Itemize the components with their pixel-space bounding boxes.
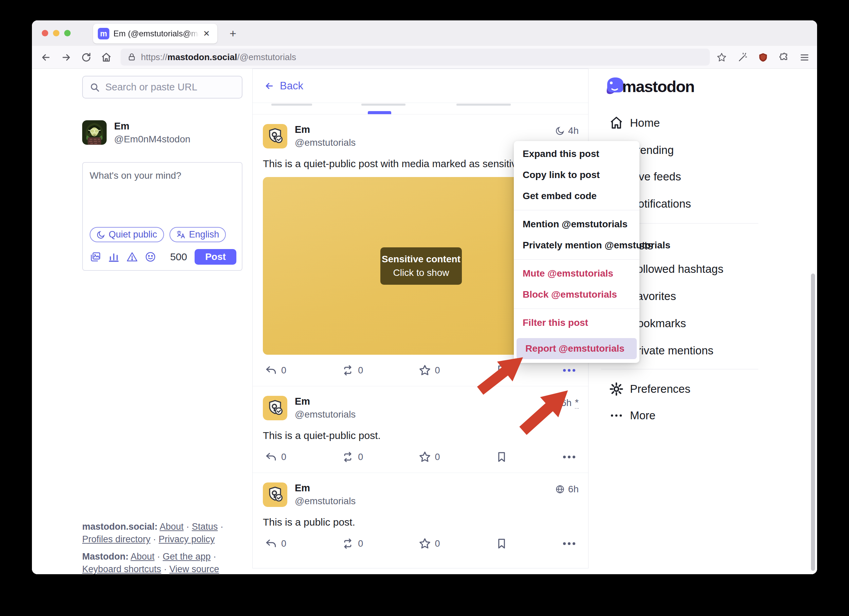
menu-item-mention[interactable]: Mention @emstutorials — [514, 214, 639, 235]
post-author-name[interactable]: Em — [295, 124, 356, 135]
bookmark-icon — [496, 451, 508, 463]
emoji-picker-icon[interactable] — [144, 251, 156, 263]
post-options-menu: Expand this post Copy link to post Get e… — [514, 141, 639, 363]
boost-button[interactable]: 0 — [342, 364, 363, 376]
mastodon-footer-links: Mastodon: About · Get the app · Keyboard… — [82, 550, 235, 574]
star-icon — [419, 451, 431, 463]
favorite-button[interactable]: 0 — [419, 537, 440, 550]
tab-close-icon[interactable]: ✕ — [203, 30, 210, 38]
back-button[interactable] — [38, 49, 54, 65]
app-menu-button[interactable] — [797, 49, 812, 65]
post-public: Em @emstutorials 6h This is a public pos… — [253, 473, 588, 559]
current-user-profile[interactable]: Em @Em0nM4stodon — [82, 120, 191, 145]
reply-button[interactable]: 0 — [265, 364, 286, 376]
menu-item-mute[interactable]: Mute @emstutorials — [514, 263, 639, 284]
mastodon-favicon-icon: m — [98, 28, 109, 39]
post-author-handle[interactable]: @emstutorials — [295, 409, 356, 420]
attach-media-icon[interactable] — [90, 251, 101, 263]
scrollbar-thumb[interactable] — [811, 273, 815, 571]
reload-button[interactable] — [79, 49, 94, 65]
new-tab-button[interactable]: + — [226, 27, 240, 40]
bookmark-button[interactable] — [496, 537, 508, 550]
boost-icon — [342, 537, 354, 550]
menu-item-report[interactable]: Report @emstutorials — [517, 338, 637, 359]
footer-link-status[interactable]: Status — [192, 522, 218, 532]
post-author-name[interactable]: Em — [295, 396, 356, 407]
add-poll-icon[interactable] — [108, 251, 119, 263]
footer-link-mastodon-about[interactable]: About — [131, 552, 155, 562]
boost-button[interactable]: 0 — [342, 451, 363, 463]
footer-link-profiles-directory[interactable]: Profiles directory — [82, 534, 150, 544]
avatar[interactable] — [263, 396, 287, 420]
content-warning-icon[interactable] — [126, 251, 138, 263]
sidebar-item-home[interactable]: Home — [609, 113, 660, 133]
menu-item-private-mention[interactable]: Privately mention @emstutorials — [514, 235, 639, 256]
sidebar-item-preferences[interactable]: Preferences — [609, 379, 690, 398]
sensitive-content-overlay[interactable]: Sensitive content Click to show — [380, 248, 462, 285]
menu-item-copy-link[interactable]: Copy link to post — [514, 164, 639, 185]
gear-icon — [609, 382, 624, 397]
extensions-button[interactable] — [776, 49, 792, 65]
post-text: This is a quiet-public post. — [263, 430, 579, 441]
avatar[interactable] — [263, 124, 287, 149]
lock-icon — [127, 53, 136, 61]
post-options-button[interactable] — [563, 369, 575, 372]
browser-tab[interactable]: m Em (@emstutorials@mastodon.s ✕ — [93, 24, 217, 43]
mastodon-logo[interactable]: mastodon — [605, 75, 694, 97]
bookmark-page-button[interactable] — [714, 49, 730, 65]
traffic-close-button[interactable] — [42, 30, 48, 36]
traffic-minimize-button[interactable] — [53, 30, 60, 36]
quiet-public-moon-icon — [555, 126, 565, 136]
boost-button[interactable]: 0 — [342, 537, 363, 550]
home-button[interactable] — [98, 49, 114, 65]
compose-form[interactable]: What's on your mind? Quiet public Englis… — [82, 162, 243, 271]
footer-link-about[interactable]: About — [159, 522, 184, 532]
post-author-name[interactable]: Em — [295, 482, 356, 494]
url-bar[interactable]: https://mastodon.social/@emstutorials — [121, 49, 710, 66]
back-link[interactable]: Back — [253, 69, 588, 103]
sidebar-item-more[interactable]: More — [609, 406, 655, 425]
forward-button[interactable] — [58, 49, 74, 65]
profile-display-name: Em — [114, 121, 191, 132]
browser-toolbar: https://mastodon.social/@emstutorials — [32, 46, 817, 69]
footer-link-get-the-app[interactable]: Get the app — [163, 552, 210, 562]
post-author-handle[interactable]: @emstutorials — [295, 496, 356, 507]
post-timestamp[interactable]: 6h — [555, 484, 579, 495]
home-icon — [609, 115, 624, 130]
page-content: Search or paste URL Em @Em0nM4stodon — [32, 69, 817, 574]
wand-icon — [737, 52, 748, 63]
post-author-handle[interactable]: @emstutorials — [295, 137, 356, 148]
menu-item-expand-post[interactable]: Expand this post — [514, 143, 639, 164]
post-options-button[interactable] — [563, 456, 575, 458]
reply-button[interactable]: 0 — [265, 537, 286, 550]
bookmark-button[interactable] — [496, 451, 508, 463]
ublock-extension-button[interactable] — [755, 49, 771, 65]
footer-link-privacy-policy[interactable]: Privacy policy — [159, 534, 214, 544]
footer-link-keyboard-shortcuts[interactable]: Keyboard shortcuts — [82, 564, 161, 574]
post-timestamp[interactable]: 4h — [555, 125, 579, 136]
favorite-button[interactable]: 0 — [419, 364, 440, 376]
edited-indicator[interactable]: * — [575, 397, 579, 409]
bookmark-button[interactable] — [496, 364, 508, 376]
post-timestamp[interactable]: 6h * — [548, 397, 579, 409]
reply-button[interactable]: 0 — [265, 451, 286, 463]
back-arrow-icon — [40, 52, 51, 63]
favorite-button[interactable]: 0 — [419, 451, 440, 463]
privacy-dropdown[interactable]: Quiet public — [90, 227, 164, 242]
menu-item-embed[interactable]: Get embed code — [514, 185, 639, 207]
translate-icon — [176, 230, 186, 240]
star-icon — [419, 364, 431, 376]
language-dropdown[interactable]: English — [170, 227, 226, 242]
post-text: This is a public post. — [263, 516, 579, 528]
avatar[interactable] — [263, 482, 287, 507]
search-input[interactable]: Search or paste URL — [82, 76, 243, 98]
post-options-button[interactable] — [563, 542, 575, 545]
traffic-zoom-button[interactable] — [64, 30, 71, 36]
menu-item-filter[interactable]: Filter this post — [514, 312, 639, 333]
home-icon — [101, 52, 112, 63]
post-button[interactable]: Post — [195, 249, 236, 265]
extension-wand-button[interactable] — [735, 49, 751, 65]
back-arrow-icon — [264, 81, 274, 91]
avatar — [82, 120, 107, 145]
menu-item-block[interactable]: Block @emstutorials — [514, 284, 639, 305]
